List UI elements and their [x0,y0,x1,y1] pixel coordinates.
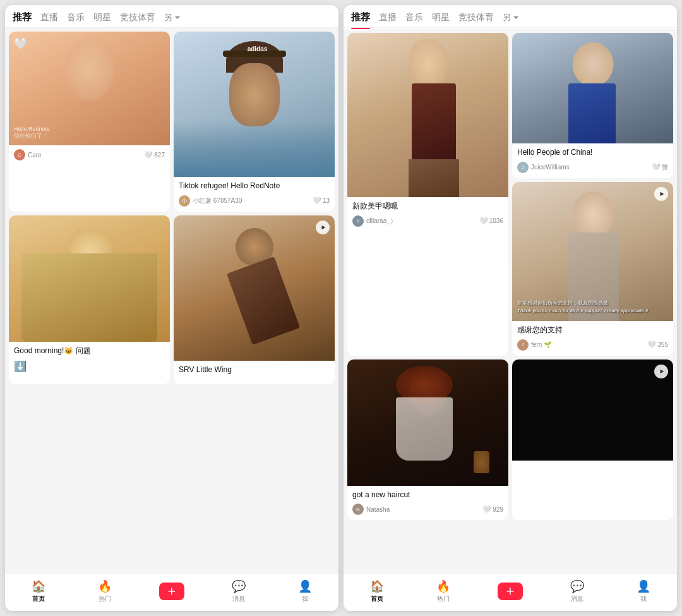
card-tiktok-title: Tiktok refugee! Hello RedNote [179,181,330,191]
hot-label-2: 热门 [437,595,450,603]
top-nav-1: 推荐 直播 音乐 明星 竞技体育 另 [5,5,338,28]
nav-live-1[interactable]: 直播 [40,12,58,23]
card-support-meta: f fern 🌱 🤍 355 [517,339,668,351]
card-haircut[interactable]: got a new haircut N Natasha 🤍 929 [347,359,508,521]
card-hello-image [512,33,673,143]
bottom-nav-home-1[interactable]: 🏠 首页 [26,579,51,603]
content-2: 新款美甲嗯嗯 d dlllaraa_） 🤍 1036 [344,29,677,574]
card-tiktok-author: 小 小红薯 67857A30 [179,195,242,207]
card-tiktok-body: Tiktok refugee! Hello RedNote 小 小红薯 6785… [174,177,335,212]
bottom-nav-me-2[interactable]: 👤 我 [631,579,656,603]
msg-icon-1: 💬 [232,579,246,593]
card-haircut-title: got a new haircut [352,490,503,500]
card-support[interactable]: 非常感谢你们所有的支持，我真的很感激 Thank you so much for… [512,182,673,356]
card-srv[interactable]: SRV Little Wing [174,215,335,384]
play-icon-support[interactable] [654,187,668,201]
heart-icon-support: 🤍 [647,341,656,349]
likes-nail: 1036 [489,217,503,224]
me-label-2: 我 [640,595,647,603]
card-morning-image [9,215,170,342]
like-count-tiktok: 🤍 13 [313,196,330,205]
avatar-support: f [517,339,529,351]
card-care-image: 🤍 Hello Rednote 信任你们了！ [9,32,170,145]
heart-icon-tiktok: 🤍 [313,196,321,205]
bottom-nav-1: 🏠 首页 🔥 热门 + 💬 消息 👤 我 [5,574,338,611]
nav-more-2[interactable]: 另 [503,12,520,23]
msg-label-1: 消息 [232,595,245,603]
card-nail[interactable]: 新款美甲嗯嗯 d dlllaraa_） 🤍 1036 [347,33,508,356]
card-nail-meta: d dlllaraa_） 🤍 1036 [352,215,503,227]
card-srv-body: SRV Little Wing [174,361,335,384]
home-label-1: 首页 [32,595,45,603]
card-tiktok[interactable]: adidas Tiktok refugee! Hello RedNote 小 小… [174,32,335,212]
card-hello-title: Hello People of China! [517,147,668,158]
author-name-care: Care [28,152,42,159]
bottom-nav-msg-1[interactable]: 💬 消息 [226,579,251,603]
card-hello-meta: J JuiceWilliams 🤍 赞 [517,162,668,173]
nav-recommend-1[interactable]: 推荐 [13,11,32,23]
card-hello-author: J JuiceWilliams [517,162,570,173]
hot-icon-1: 🔥 [98,579,112,593]
like-count-care: 🤍 827 [144,151,165,159]
bottom-nav-home-2[interactable]: 🏠 首页 [364,579,390,603]
likes-tiktok: 13 [323,197,330,204]
bottom-nav-plus-1[interactable]: + [159,583,184,600]
hot-icon-2: 🔥 [436,579,450,593]
card-haircut-image [347,359,508,486]
nav-more-1[interactable]: 另 [164,12,181,23]
bottom-nav-plus-2[interactable]: + [498,583,523,600]
nav-music-1[interactable]: 音乐 [67,12,85,23]
morning-emoji: ⬇️ [14,360,27,372]
like-count-support: 🤍 355 [647,341,668,349]
avatar-hello: J [517,162,529,173]
nav-music-2[interactable]: 音乐 [405,12,423,23]
nav-star-2[interactable]: 明星 [432,12,450,23]
card-morning-title: Good morning!🐱 问题 [14,346,165,356]
bottom-nav-me-1[interactable]: 👤 我 [292,579,318,603]
me-icon-2: 👤 [637,579,650,593]
card-tiktok-image: adidas [174,32,335,177]
nav-star-1[interactable]: 明星 [93,12,111,23]
masonry-grid-1: 🤍 Hello Rednote 信任你们了！ C Care 🤍 [9,32,335,384]
phone-1: 推荐 直播 音乐 明星 竞技体育 另 🤍 Hello Rednote 信任你们了… [5,5,338,611]
nav-esports-2[interactable]: 竞技体育 [458,12,494,23]
card-support-body: 感谢您的支持 f fern 🌱 🤍 355 [512,321,673,356]
bottom-nav-hot-1[interactable]: 🔥 热门 [92,579,117,603]
card-morning-body: Good morning!🐱 问题 ⬇️ [9,342,170,377]
nav-esports-1[interactable]: 竞技体育 [120,12,155,23]
card-nail-image [347,33,508,197]
me-label-1: 我 [302,595,308,603]
play-icon-srv[interactable] [316,220,330,234]
nav-recommend-2[interactable]: 推荐 [351,11,370,23]
card-dark1[interactable] [512,359,673,521]
card-haircut-meta: N Natasha 🤍 929 [352,504,503,515]
svg-marker-0 [321,225,325,229]
play-icon-dark1[interactable] [654,365,668,378]
msg-icon-2: 💬 [570,579,584,593]
card-haircut-body: got a new haircut N Natasha 🤍 929 [347,486,508,521]
card-care[interactable]: 🤍 Hello Rednote 信任你们了！ C Care 🤍 [9,32,170,212]
card-srv-image [174,215,335,361]
card-support-author: f fern 🌱 [517,339,551,351]
avatar-tiktok: 小 [179,195,190,207]
card-care-body: C Care 🤍 827 [9,145,170,166]
heart-icon-care: 🤍 [144,151,153,159]
card-morning[interactable]: Good morning!🐱 问题 ⬇️ [9,215,170,384]
card-nail-body: 新款美甲嗯嗯 d dlllaraa_） 🤍 1036 [347,197,508,232]
nav-live-2[interactable]: 直播 [379,12,397,23]
like-count-hello: 🤍 赞 [652,163,668,172]
card-hello-china[interactable]: Hello People of China! J JuiceWilliams 🤍… [512,33,673,178]
heart-icon-hello: 🤍 [652,163,661,171]
like-count-haircut: 🤍 929 [482,505,503,514]
right-column-2: Hello People of China! J JuiceWilliams 🤍… [512,33,673,356]
bottom-nav-hot-2[interactable]: 🔥 热门 [431,579,456,603]
card-nail-title: 新款美甲嗯嗯 [352,201,503,212]
home-icon-2: 🏠 [370,579,384,593]
card-morning-author: ⬇️ [14,360,27,372]
card-support-image: 非常感谢你们所有的支持，我真的很感激 Thank you so much for… [512,182,673,321]
heart-icon-nail: 🤍 [479,217,488,225]
msg-label-2: 消息 [571,595,583,603]
card-haircut-author: N Natasha [352,504,390,515]
top-nav-2: 推荐 直播 音乐 明星 竞技体育 另 [344,5,677,28]
bottom-nav-msg-2[interactable]: 💬 消息 [565,579,590,603]
